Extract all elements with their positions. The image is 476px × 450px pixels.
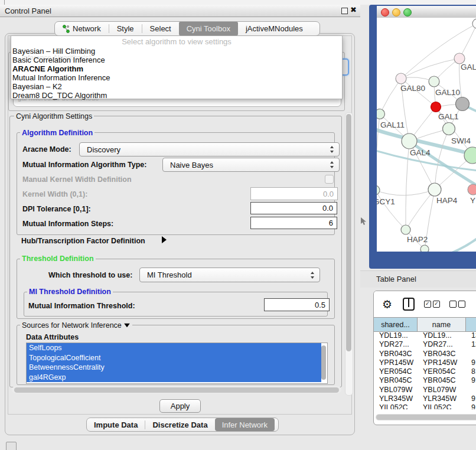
table-cell: YIL052C (374, 403, 418, 409)
network-node[interactable] (472, 19, 476, 28)
table-row[interactable]: YPR145WYPR145W9. (374, 358, 476, 367)
table-cell: YBR043C (418, 350, 466, 358)
tab-style[interactable]: Style (109, 22, 142, 35)
dropdown-item[interactable]: ARACNE Algorithm (12, 64, 341, 73)
network-node[interactable] (402, 133, 417, 149)
data-attribute-item[interactable]: BetweennessCentrality (27, 363, 321, 373)
bottom-tab-bar: Impute Data Discretize Data Infer Networ… (86, 418, 279, 432)
mi-threshold-input[interactable]: 0.5 (264, 298, 330, 311)
table-row[interactable]: YBL079WYBL079W (374, 386, 476, 394)
table-row[interactable]: YDL19...YDL19...13 (374, 331, 476, 340)
dpi-tolerance-input[interactable]: 0.0 (250, 202, 337, 214)
tab-discretize-data[interactable]: Discretize Data (145, 418, 214, 431)
column-header[interactable]: shared... (374, 318, 418, 331)
which-threshold-select[interactable]: MI Threshold (139, 268, 320, 282)
collapse-arrow-icon[interactable] (125, 324, 131, 327)
network-node[interactable] (468, 184, 476, 195)
network-canvas[interactable]: GALGAL80GAL10GAL1GAL11SWI4GAL4HAP4YGCY1H… (377, 18, 476, 252)
table-row[interactable]: YBR043CYBR043C (374, 350, 476, 358)
network-node[interactable] (420, 245, 429, 252)
tab-cyni-toolbox[interactable]: Cyni Toolbox (179, 22, 238, 35)
network-edge[interactable] (380, 79, 401, 114)
scrollbar-thumb[interactable] (14, 387, 339, 393)
table-header-row: shared...name (374, 317, 476, 332)
dropdown-item[interactable]: Dream8 DC_TDC Algorithm (12, 91, 341, 100)
table-row[interactable]: YIL052CYIL052C9. (374, 403, 476, 409)
scrollbar-thumb[interactable] (346, 114, 351, 351)
table-cell: YDR27... (374, 340, 418, 349)
network-node[interactable] (377, 185, 380, 195)
network-edge[interactable] (406, 190, 435, 230)
dropdown-item[interactable]: Mutual Information Inference (12, 73, 341, 82)
select-all-icon[interactable]: ✓✓ (424, 301, 440, 308)
network-edge-highlighted[interactable] (443, 234, 476, 252)
network-node[interactable] (429, 76, 439, 87)
network-node[interactable] (396, 73, 406, 84)
kernel-width-input: 0.0 (250, 187, 338, 200)
table-row[interactable]: YBR045CYBR045C9. (374, 376, 476, 385)
table-horizontal-scrollbar[interactable] (376, 415, 476, 420)
zoom-traffic-light-icon[interactable] (403, 8, 412, 17)
node-label: GAL11 (380, 120, 405, 129)
close-icon[interactable]: ✖ (350, 5, 357, 14)
minimize-traffic-light-icon[interactable] (392, 8, 400, 17)
network-node[interactable] (456, 97, 470, 111)
network-edge[interactable] (377, 190, 406, 230)
network-node[interactable] (401, 225, 410, 234)
table-row[interactable]: YER054CYER054C8. (374, 367, 476, 376)
table-row[interactable]: YDR27...YDR27...12 (374, 340, 476, 349)
expand-arrow-icon[interactable] (162, 236, 167, 243)
table-panel-box: ⚙ ✓✓ shared...name YDL19...YDL19...13YDR… (373, 291, 476, 425)
dropdown-item[interactable]: Basic Correlation Inference (12, 56, 341, 64)
table-cell: YPR145W (418, 358, 466, 367)
gear-icon[interactable]: ⚙ (382, 298, 392, 311)
apply-button[interactable]: Apply (159, 399, 201, 413)
tab-select[interactable]: Select (142, 22, 179, 35)
dropdown-placeholder: Select algorithm to view settings (11, 37, 342, 46)
close-traffic-light-icon[interactable] (381, 8, 389, 17)
screen: Control Panel ✖ Network Style Select Cyn… (0, 0, 476, 450)
node-label: HAP4 (436, 196, 458, 205)
float-icon[interactable] (341, 8, 348, 14)
data-attribute-item[interactable]: gal4RGexp (27, 373, 321, 383)
network-icon (63, 25, 70, 33)
which-threshold-label: Which threshold to use: (48, 271, 132, 279)
tab-network[interactable]: Network (55, 22, 109, 35)
corner-mini-button[interactable] (6, 442, 17, 450)
table-row[interactable]: YLR345WYLR345W9. (374, 394, 476, 403)
network-node[interactable] (428, 183, 441, 196)
tab-jactivemnodules[interactable]: jActiveMNodules (238, 22, 311, 35)
mi-algorithm-type-select[interactable]: Naive Bayes (162, 158, 340, 172)
manual-kernel-checkbox[interactable] (325, 175, 334, 184)
deselect-all-icon[interactable] (449, 301, 465, 308)
node-label: GCY1 (377, 197, 395, 206)
network-edge[interactable] (406, 141, 409, 230)
column-header[interactable] (466, 318, 476, 331)
mi-steps-input[interactable]: 6 (250, 217, 337, 229)
tab-infer-network[interactable]: Infer Network (215, 418, 275, 431)
data-attribute-item[interactable]: TopologicalCoefficient (27, 353, 321, 363)
table-cell: YBR045C (418, 376, 466, 385)
table-cell: 9. (466, 394, 476, 403)
table-cell: 9. (466, 376, 476, 385)
tab-impute-data[interactable]: Impute Data (87, 418, 145, 431)
dropdown-item[interactable]: Bayesian – Hill Climbing (12, 47, 341, 56)
network-node[interactable] (377, 109, 385, 119)
data-attributes-list[interactable]: SelfLoopsTopologicalCoefficientBetweenne… (26, 343, 328, 384)
mi-threshold-title: MI Threshold Definition (27, 288, 113, 296)
mi-threshold-label: Mutual Information Threshold: (28, 302, 135, 310)
aracne-mode-select[interactable]: Discovery (79, 142, 340, 156)
network-node[interactable] (431, 102, 441, 112)
node-label: GAL1 (438, 112, 459, 121)
list-scrollbar[interactable] (321, 345, 326, 380)
dpi-tolerance-label: DPI Tolerance [0,1]: (22, 205, 91, 213)
spinner-arrows-icon (330, 161, 334, 168)
data-attribute-item[interactable]: SelfLoops (27, 343, 321, 353)
network-edge[interactable] (401, 58, 459, 79)
control-panel-titlebar: Control Panel ✖ (0, 5, 360, 17)
table-cell: 13 (466, 331, 476, 340)
network-node[interactable] (443, 123, 455, 135)
dropdown-item[interactable]: Bayesian – K2 (12, 82, 341, 91)
split-columns-icon[interactable] (403, 298, 415, 311)
column-header[interactable]: name (418, 318, 466, 331)
